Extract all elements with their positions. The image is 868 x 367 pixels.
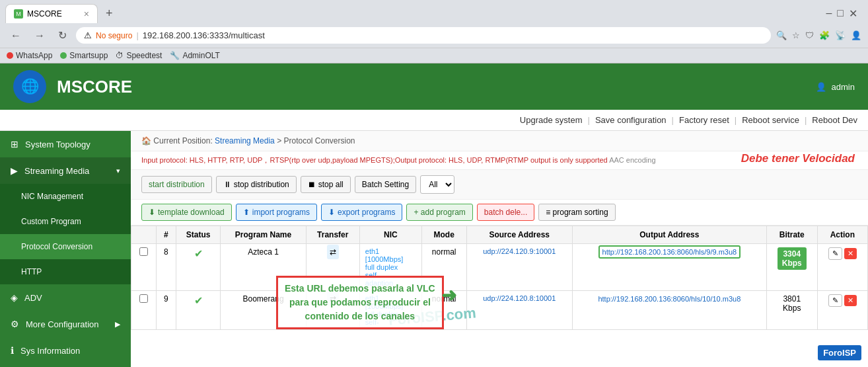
template-download-label: template download [158, 208, 225, 217]
col-status: Status [176, 226, 221, 244]
minimize-button[interactable]: – [826, 7, 832, 20]
stop-all-button[interactable]: ⏹ stop all [301, 176, 351, 193]
tab-favicon: M [14, 9, 23, 19]
home-icon: 🏠 [141, 136, 151, 145]
security-label: No seguro [96, 31, 132, 40]
bookmarks-bar: WhatsApp Smartsupp ⏱ Speedtest 🔧 AdminOL… [0, 48, 868, 63]
sidebar-item-http[interactable]: HTTP [0, 259, 131, 284]
security-warning-icon: ⚠ [84, 30, 92, 40]
table-row: 8 ✔ Azteca 1 ⇄ eth1 [1000Mbps] full dupl… [131, 244, 868, 291]
toolbar-distribution: start distribution ⏸ stop distribution ⏹… [131, 170, 868, 200]
row-9-delete-button[interactable]: ✕ [844, 295, 857, 306]
import-programs-button[interactable]: ⬆ import programs [236, 204, 317, 221]
back-button[interactable]: ← [7, 28, 25, 43]
row-9-number: 9 [156, 291, 176, 330]
row-8-output-url[interactable]: http://192.168.200.136:8060/hls/9/9.m3u8 [598, 245, 741, 259]
sidebar-submenu-streaming: NIC Management Custom Program Protocol C… [0, 184, 131, 284]
sidebar-item-streaming-media[interactable]: ▶ Streaming Media ▾ [0, 157, 131, 184]
bookmark-adminolt[interactable]: 🔧 AdminOLT [170, 51, 219, 60]
row-9-nic: eth1 [1000Mbps] full duplex self- [365, 294, 416, 326]
sidebar-item-protocol-conversion[interactable]: Protocol Conversion [0, 234, 131, 259]
batch-delete-button[interactable]: batch dele... [477, 204, 534, 221]
sidebar-item-sys-information[interactable]: ℹ Sys Information [0, 337, 131, 364]
row-9-output-url[interactable]: http://192.168.200.136:8060/hls/10/10.m3… [598, 295, 741, 303]
col-checkbox [131, 226, 157, 244]
select-all-dropdown[interactable]: All [420, 175, 454, 194]
row-8-edit-button[interactable]: ✎ [828, 247, 842, 260]
sidebar-label-protocol-conversion: Protocol Conversion [21, 242, 92, 251]
row-8-number: 8 [156, 244, 176, 291]
template-download-button[interactable]: ⬇ template download [141, 204, 232, 221]
nav-reboot-dev[interactable]: Reboot Dev [812, 115, 857, 125]
sidebar-label-nic-management: NIC Management [21, 192, 83, 201]
maximize-button[interactable]: □ [837, 7, 844, 20]
nav-factory-reset[interactable]: Factory reset [679, 115, 729, 125]
address-text: 192.168.200.136:3333/multicast [143, 30, 763, 40]
program-sorting-button[interactable]: ≡ program sorting [538, 204, 615, 221]
row-8-delete-button[interactable]: ✕ [844, 248, 857, 259]
bookmark-speedtest[interactable]: ⏱ Speedtest [116, 51, 162, 60]
app-title: MSCORE [57, 77, 132, 97]
streaming-icon: ▶ [11, 165, 18, 176]
warning-suffix: AAC encoding [609, 156, 655, 164]
export-programs-label: export programs [338, 208, 395, 217]
sidebar-label-streaming-media: Streaming Media [24, 166, 89, 176]
forward-button[interactable]: → [30, 28, 49, 43]
breadcrumb-streaming-media[interactable]: Streaming Media [215, 136, 275, 145]
sidebar-item-custom-program[interactable]: Custom Program [0, 209, 131, 234]
batch-setting-button[interactable]: Batch Setting [355, 176, 416, 193]
row-9-checkbox[interactable] [139, 294, 148, 303]
table-header-row: # Status Program Name Transfer NIC Mode … [131, 226, 868, 244]
sidebar-item-nic-management[interactable]: NIC Management [0, 184, 131, 209]
row-8-transfer-icon: ⇄ [327, 245, 339, 259]
bookmark-star-icon[interactable]: ☆ [792, 30, 800, 40]
sidebar-item-adv[interactable]: ◈ ADV [0, 284, 131, 311]
reload-button[interactable]: ↻ [54, 28, 71, 43]
row-8-mode: normal [421, 244, 466, 291]
warning-text: Input protocol: HLS, HTTP, RTP, UDP，RTSP… [141, 156, 608, 164]
col-output-address: Output Address [572, 226, 766, 244]
bookmark-whatsapp[interactable]: WhatsApp [7, 51, 52, 60]
shield-icon: 🛡 [805, 30, 814, 40]
row-9-bitrate: 3801Kbps [766, 291, 817, 330]
window-controls: – □ ✕ [826, 7, 863, 20]
col-nic: NIC [359, 226, 421, 244]
tab-close-button[interactable]: × [84, 9, 89, 19]
sidebar-item-more-configuration[interactable]: ⚙ More Configuration ▶ [0, 311, 131, 337]
close-window-button[interactable]: ✕ [849, 7, 857, 20]
export-programs-button[interactable]: ⬇ export programs [321, 204, 402, 221]
nav-reboot-service[interactable]: Reboot service [742, 115, 799, 125]
config-arrow-icon: ▶ [115, 320, 120, 329]
breadcrumb-protocol-conversion: Protocol Conversion [283, 136, 355, 145]
account-icon[interactable]: 👤 [851, 30, 861, 40]
sidebar-label-sys-info: Sys Information [20, 346, 80, 356]
row-8-status: ✔ [194, 248, 203, 259]
config-icon: ⚙ [11, 319, 19, 329]
browser-toolbar-icons: 🔍 ☆ 🛡 🧩 📡 👤 [776, 30, 861, 40]
sidebar-label-system-topology: System Topology [25, 140, 90, 149]
col-action: Action [817, 226, 867, 244]
address-separator: | [136, 30, 138, 40]
browser-tab[interactable]: M MSCORE × [5, 4, 98, 23]
sidebar-item-system-topology[interactable]: ⊞ System Topology [0, 131, 131, 157]
col-program-name: Program Name [221, 226, 306, 244]
stop-all-icon: ⏹ [308, 180, 316, 189]
nav-upgrade-system[interactable]: Upgrade system [520, 115, 583, 125]
adv-icon: ◈ [11, 292, 18, 303]
top-nav: Upgrade system | Save configuration | Fa… [0, 110, 868, 131]
new-tab-button[interactable]: + [100, 4, 118, 23]
row-8-checkbox[interactable] [139, 247, 148, 256]
warning-bar: Input protocol: HLS, HTTP, RTP, UDP，RTSP… [131, 151, 868, 170]
address-bar[interactable]: ⚠ No seguro | 192.168.200.136:3333/multi… [76, 27, 771, 44]
nav-save-configuration[interactable]: Save configuration [595, 115, 667, 125]
row-9-edit-button[interactable]: ✎ [828, 294, 842, 307]
start-distribution-button[interactable]: start distribution [141, 176, 212, 193]
toolbar-programs: ⬇ template download ⬆ import programs ⬇ … [131, 200, 868, 225]
bookmark-smartsupp[interactable]: Smartsupp [60, 51, 108, 60]
stop-distribution-button[interactable]: ⏸ stop distribution [216, 176, 297, 193]
search-icon[interactable]: 🔍 [776, 30, 787, 40]
row-9-program-name: Boomerang [221, 291, 306, 330]
col-mode: Mode [421, 226, 466, 244]
stop-distribution-label: stop distribution [234, 180, 289, 189]
add-program-button[interactable]: + add program [406, 204, 472, 221]
